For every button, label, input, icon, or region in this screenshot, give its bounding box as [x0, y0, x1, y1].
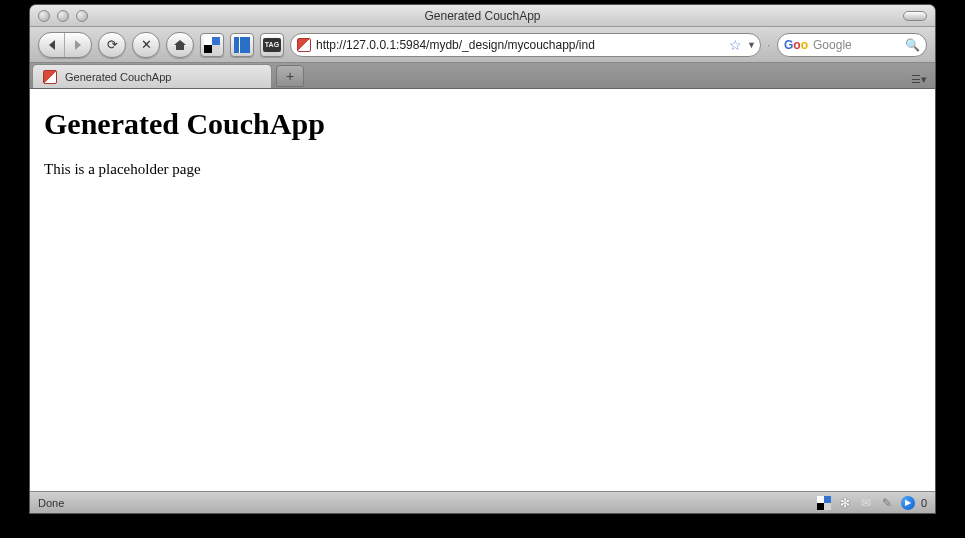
status-wand-button[interactable]: ✎: [880, 495, 895, 510]
bookmarklet-tag[interactable]: TAG: [260, 33, 284, 57]
delicious-icon: [817, 496, 831, 510]
sidebar-icon: [234, 37, 250, 53]
window-title: Generated CouchApp: [30, 9, 935, 23]
forward-arrow-icon: [73, 39, 83, 51]
toolbar: ⟳ ✕ TAG http://127.0.0.1:5984/mydb/_desi…: [30, 27, 935, 63]
back-arrow-icon: [47, 39, 57, 51]
status-mail-button[interactable]: ✉: [859, 495, 874, 510]
minimize-window-button[interactable]: [57, 10, 69, 22]
search-bar[interactable]: Goo Google 🔍: [777, 33, 927, 57]
back-button[interactable]: [39, 33, 65, 57]
status-play-button[interactable]: ▶: [901, 496, 915, 510]
favicon-icon: [297, 38, 311, 52]
url-bar[interactable]: http://127.0.0.1:5984/mydb/_design/mycou…: [290, 33, 761, 57]
home-icon: [173, 38, 187, 52]
status-icons: ✻ ✉ ✎ ▶ 0: [817, 495, 927, 510]
toolbar-separator: ·: [767, 38, 771, 52]
status-bar: Done ✻ ✉ ✎ ▶ 0: [30, 491, 935, 513]
bookmarklet-sidebar[interactable]: [230, 33, 254, 57]
url-dropdown-icon[interactable]: ▼: [747, 40, 756, 50]
delicious-icon: [204, 37, 220, 53]
stop-button[interactable]: ✕: [132, 32, 160, 58]
play-icon: ▶: [905, 498, 911, 507]
google-icon: Goo: [784, 38, 808, 52]
plus-icon: +: [286, 68, 294, 84]
close-window-button[interactable]: [38, 10, 50, 22]
nav-buttons: [38, 32, 92, 58]
status-text: Done: [38, 497, 64, 509]
reload-button[interactable]: ⟳: [98, 32, 126, 58]
status-count: 0: [921, 497, 927, 509]
tab-label: Generated CouchApp: [65, 71, 171, 83]
tab-active[interactable]: Generated CouchApp: [32, 64, 272, 88]
reload-icon: ⟳: [107, 37, 118, 52]
home-button[interactable]: [166, 32, 194, 58]
tab-favicon-icon: [43, 70, 57, 84]
status-delicious-button[interactable]: [817, 495, 832, 510]
forward-button[interactable]: [65, 33, 91, 57]
search-placeholder: Google: [813, 38, 900, 52]
browser-window: Generated CouchApp ⟳ ✕ TAG: [30, 5, 935, 513]
tab-list-icon: ☰▾: [911, 73, 927, 86]
tab-list-button[interactable]: ☰▾: [909, 70, 929, 88]
stop-icon: ✕: [141, 37, 152, 52]
titlebar: Generated CouchApp: [30, 5, 935, 27]
new-tab-button[interactable]: +: [276, 65, 304, 87]
wand-icon: ✎: [882, 496, 892, 510]
status-snowflake-button[interactable]: ✻: [838, 495, 853, 510]
mail-icon: ✉: [861, 496, 871, 510]
page-content: Generated CouchApp This is a placeholder…: [30, 89, 935, 491]
window-controls: [38, 10, 88, 22]
search-icon: 🔍: [905, 38, 920, 52]
snowflake-icon: ✻: [840, 496, 850, 510]
zoom-window-button[interactable]: [76, 10, 88, 22]
tab-bar: Generated CouchApp + ☰▾: [30, 63, 935, 89]
bookmark-star-icon[interactable]: ☆: [729, 37, 742, 53]
page-body-text: This is a placeholder page: [44, 161, 921, 178]
page-heading: Generated CouchApp: [44, 107, 921, 141]
toolbar-toggle-button[interactable]: [903, 11, 927, 21]
bookmarklet-delicious[interactable]: [200, 33, 224, 57]
url-text: http://127.0.0.1:5984/mydb/_design/mycou…: [316, 38, 724, 52]
tag-icon: TAG: [263, 38, 281, 52]
